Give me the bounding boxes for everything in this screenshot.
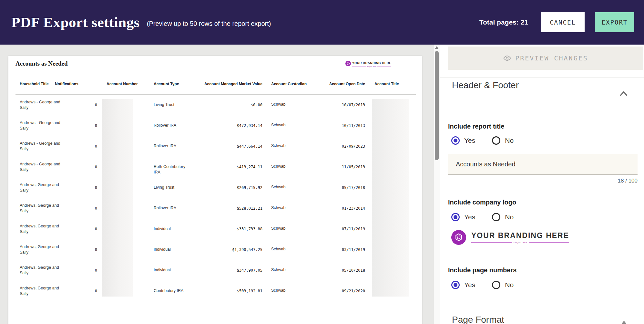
household-cell: Andrews - George and Sally bbox=[20, 99, 68, 110]
open-date-cell: 11/05/2013 bbox=[317, 164, 365, 170]
table-row: Andrews - George and Sally0Roth Contribu… bbox=[8, 159, 422, 180]
open-date-cell: 01/23/2014 bbox=[317, 206, 365, 211]
household-cell: Andrews, George and Sally bbox=[20, 286, 68, 296]
report-title-input-wrapper bbox=[448, 154, 638, 175]
scrollbar-thumb[interactable] bbox=[435, 51, 439, 160]
report-preview-pane: Accounts as Needed YOUR BRANDING HERE sl… bbox=[0, 45, 434, 324]
scrollbar-up-arrow[interactable] bbox=[435, 46, 439, 49]
market-value-cell: $331,733.88 bbox=[199, 226, 262, 232]
notifications-cell: 0 bbox=[63, 226, 97, 232]
radio-label: Yes bbox=[464, 281, 475, 289]
radio-unselected-icon[interactable] bbox=[492, 281, 500, 289]
custodian-cell: Schwab bbox=[271, 164, 310, 169]
divider bbox=[440, 78, 644, 78]
open-date-cell: 02/09/2023 bbox=[317, 144, 365, 149]
table-row: Andrews, George and Sally0Individual$347… bbox=[8, 262, 422, 283]
open-date-cell: 07/11/2019 bbox=[317, 226, 365, 232]
table-row: Andrews, George and Sally0Contributory I… bbox=[8, 283, 422, 304]
open-date-cell: 10/11/2013 bbox=[317, 123, 365, 129]
notifications-cell: 0 bbox=[63, 247, 97, 253]
report-page: Accounts as Needed YOUR BRANDING HERE sl… bbox=[8, 56, 422, 324]
radio-unselected-icon[interactable] bbox=[492, 136, 500, 145]
table-row: Andrews, George and Sally0Individual$331… bbox=[8, 221, 422, 242]
radio-label: Yes bbox=[464, 213, 475, 221]
column-header-open-date: Account Open Date bbox=[317, 82, 365, 86]
market-value-cell: $528,012.21 bbox=[199, 206, 262, 211]
include-report-title-label: Include report title bbox=[448, 123, 504, 130]
custodian-cell: Schwab bbox=[271, 246, 310, 252]
chevron-icon-partial[interactable] bbox=[621, 321, 627, 324]
account-type-cell: Living Trust bbox=[154, 102, 191, 108]
notifications-cell: 0 bbox=[63, 123, 97, 129]
notifications-cell: 0 bbox=[63, 268, 97, 273]
custodian-cell: Schwab bbox=[271, 205, 310, 211]
section-page-format-title: Page Format bbox=[452, 315, 504, 324]
column-header-account-number: Account Number bbox=[107, 82, 138, 86]
open-date-cell: 10/07/2013 bbox=[317, 102, 365, 108]
brand-hexagon-icon bbox=[345, 61, 351, 66]
household-cell: Andrews, George and Sally bbox=[20, 182, 68, 193]
cancel-button[interactable]: CANCEL bbox=[541, 12, 585, 32]
radio-option-no[interactable]: No bbox=[492, 213, 514, 221]
report-title-input[interactable] bbox=[448, 161, 638, 168]
market-value-cell: $413,274.11 bbox=[199, 164, 262, 170]
radio-unselected-icon[interactable] bbox=[492, 213, 500, 221]
preview-scrollbar[interactable] bbox=[434, 45, 440, 324]
table-header-divider bbox=[15, 94, 416, 95]
column-header-account-title: Account Title bbox=[374, 82, 399, 86]
include-page-numbers-label: Include page numbers bbox=[448, 267, 516, 274]
custodian-cell: Schwab bbox=[271, 143, 310, 149]
radio-selected-icon[interactable] bbox=[451, 136, 460, 145]
table-body: Andrews - George and Sally0Living Trust$… bbox=[8, 97, 422, 304]
chevron-up-icon[interactable] bbox=[619, 90, 628, 97]
column-header-custodian: Account Custodian bbox=[271, 82, 307, 86]
household-cell: Andrews, George and Sally bbox=[20, 244, 68, 255]
custodian-cell: Schwab bbox=[271, 122, 310, 128]
account-type-cell: Living Trust bbox=[154, 185, 191, 190]
include-report-title-radio-group: YesNo bbox=[451, 136, 530, 145]
market-value-cell: $0.00 bbox=[199, 102, 262, 108]
custodian-cell: Schwab bbox=[271, 288, 310, 293]
column-header-market-value: Account Managed Market Value bbox=[199, 82, 262, 86]
radio-label: No bbox=[505, 213, 514, 221]
radio-label: Yes bbox=[464, 137, 475, 144]
notifications-cell: 0 bbox=[63, 144, 97, 149]
account-type-cell: Rollover IRA bbox=[154, 123, 191, 128]
notifications-cell: 0 bbox=[63, 288, 97, 294]
open-date-cell: 05/10/2018 bbox=[317, 268, 365, 273]
account-type-cell: Roth Contributory IRA bbox=[154, 164, 191, 175]
report-branding-logo: YOUR BRANDING HERE slogan here bbox=[345, 59, 383, 68]
table-row: Andrews - George and Sally0Rollover IRA$… bbox=[8, 118, 422, 138]
account-number-redacted-column bbox=[102, 99, 133, 297]
notifications-cell: 0 bbox=[63, 185, 97, 191]
household-cell: Andrews - George and Sally bbox=[20, 162, 68, 172]
character-counter: 18 / 100 bbox=[618, 178, 638, 184]
account-type-cell: Rollover IRA bbox=[154, 205, 191, 211]
account-type-cell: Individual bbox=[154, 267, 191, 273]
page-title: PDF Export settings bbox=[11, 14, 140, 31]
account-type-cell: Contributory IRA bbox=[154, 288, 191, 294]
custodian-cell: Schwab bbox=[271, 267, 310, 273]
radio-option-no[interactable]: No bbox=[492, 136, 514, 145]
export-button[interactable]: EXPORT bbox=[595, 12, 634, 32]
radio-option-yes[interactable]: Yes bbox=[451, 213, 475, 221]
household-cell: Andrews, George and Sally bbox=[20, 224, 68, 234]
table-row: Andrews - George and Sally0Living Trust$… bbox=[8, 97, 422, 118]
radio-selected-icon[interactable] bbox=[451, 281, 460, 289]
eye-icon bbox=[503, 54, 511, 62]
open-date-cell: 09/21/2020 bbox=[317, 288, 365, 294]
market-value-cell: $447,664.14 bbox=[199, 144, 262, 149]
open-date-cell: 03/11/2019 bbox=[317, 247, 365, 253]
brand-name: YOUR BRANDING HERE bbox=[352, 61, 391, 65]
radio-option-yes[interactable]: Yes bbox=[451, 281, 475, 289]
preview-changes-button[interactable]: PREVIEW CHANGES bbox=[448, 47, 643, 70]
household-cell: Andrews - George and Sally bbox=[20, 120, 68, 131]
brand-name: YOUR BRANDING HERE bbox=[471, 231, 569, 240]
household-cell: Andrews - George and Sally bbox=[20, 141, 68, 152]
radio-option-no[interactable]: No bbox=[492, 281, 514, 289]
radio-selected-icon[interactable] bbox=[451, 213, 460, 221]
column-header-household-title: Household Title bbox=[20, 82, 49, 86]
radio-option-yes[interactable]: Yes bbox=[451, 136, 475, 145]
market-value-cell: $1,390,547.25 bbox=[199, 247, 262, 253]
column-header-notifications: Notifications bbox=[55, 82, 78, 86]
